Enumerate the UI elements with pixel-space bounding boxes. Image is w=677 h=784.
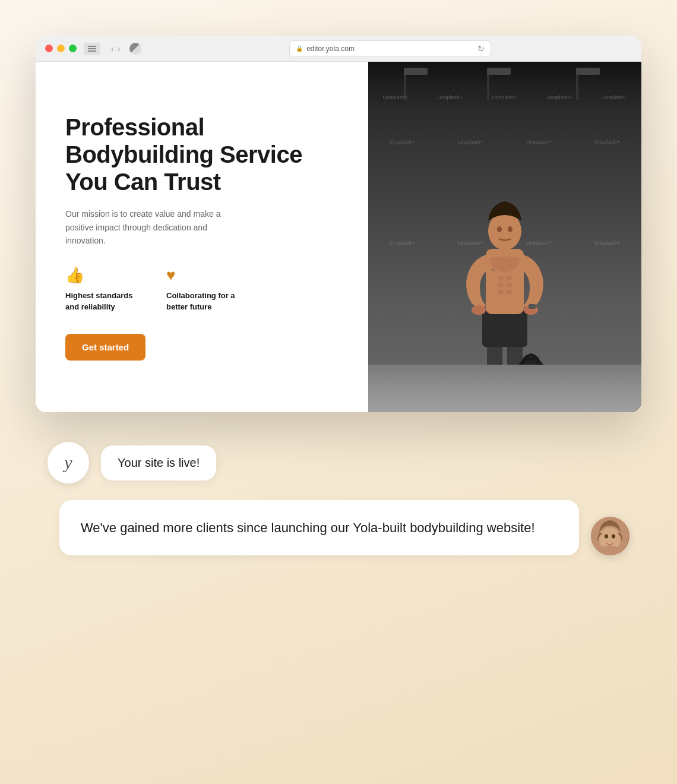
page-title: Professional Bodybuilding Service You Ca… [65, 113, 338, 195]
light-1 [404, 68, 428, 75]
watermarks-row-2: Unsplash+Unsplash+Unsplash+Unsplash+ [368, 139, 641, 145]
feature-item-2: ♥ Collaborating for a better future [166, 266, 243, 312]
features-row: 👍 Highest standards and reliability ♥ Co… [65, 266, 338, 312]
dot-yellow[interactable] [57, 45, 65, 52]
sidebar-toggle[interactable] [84, 43, 100, 55]
svg-point-31 [612, 535, 615, 539]
svg-rect-1 [88, 48, 96, 49]
lock-icon: 🔒 [296, 45, 303, 52]
watermarks-row-1: Unsplash+Unsplash+Unsplash+Unsplash+Unsp… [368, 94, 641, 100]
address-bar[interactable]: 🔒 editor.yola.com ↻ [289, 40, 491, 57]
website-right-panel: Unsplash+Unsplash+Unsplash+Unsplash+Unsp… [368, 62, 641, 412]
dot-red[interactable] [45, 45, 53, 52]
chat-row-notification: y Your site is live! [48, 442, 629, 483]
feature-label-2: Collaborating for a better future [166, 290, 243, 312]
get-started-button[interactable]: Get started [65, 334, 145, 361]
brightness-icon [129, 43, 141, 55]
nav-arrows: ‹ › [111, 44, 120, 53]
dot-green[interactable] [69, 45, 77, 52]
svg-point-22 [497, 226, 502, 232]
yola-letter: y [64, 453, 72, 473]
light-2 [487, 68, 511, 75]
ceiling [368, 62, 641, 109]
svg-point-18 [472, 305, 486, 315]
yola-logo: y [48, 442, 89, 483]
svg-rect-14 [498, 283, 504, 287]
page-description: Our mission is to create value and make … [65, 207, 243, 247]
svg-rect-12 [498, 276, 504, 280]
browser-titlebar: ‹ › 🔒 editor.yola.com ↻ [36, 36, 641, 62]
gym-background: Unsplash+Unsplash+Unsplash+Unsplash+Unsp… [368, 62, 641, 412]
svg-rect-16 [498, 290, 504, 295]
svg-rect-2 [88, 50, 96, 52]
reload-icon[interactable]: ↻ [477, 44, 485, 53]
chat-section: y Your site is live! We've gained more c… [36, 442, 641, 555]
browser-dots [45, 45, 77, 52]
user-avatar [591, 517, 629, 555]
gym-floor [368, 365, 641, 412]
forward-arrow[interactable]: › [118, 44, 121, 53]
heart-icon: ♥ [166, 266, 243, 284]
back-arrow[interactable]: ‹ [111, 44, 114, 53]
watermarks-row-3: Unsplash+Unsplash+Unsplash+Unsplash+ [368, 240, 641, 246]
svg-rect-10 [482, 311, 527, 347]
svg-rect-13 [506, 276, 512, 280]
feature-item-1: 👍 Highest standards and reliability [65, 266, 143, 312]
testimonial-bubble: We've gained more clients since launchin… [59, 500, 579, 555]
svg-rect-17 [506, 290, 512, 295]
url-text: editor.yola.com [306, 45, 355, 53]
thumbs-up-icon: 👍 [65, 266, 143, 284]
svg-point-23 [508, 226, 513, 232]
feature-label-1: Highest standards and reliability [65, 290, 143, 312]
browser-window: ‹ › 🔒 editor.yola.com ↻ Professional Bod… [36, 36, 641, 412]
chat-row-testimonial: We've gained more clients since launchin… [48, 500, 629, 555]
svg-rect-24 [529, 304, 536, 309]
svg-point-30 [605, 535, 608, 539]
light-3 [576, 68, 600, 75]
svg-rect-0 [88, 46, 96, 47]
notification-bubble: Your site is live! [101, 445, 216, 480]
website-left-panel: Professional Bodybuilding Service You Ca… [36, 62, 368, 412]
svg-rect-15 [506, 283, 512, 287]
website-content: Professional Bodybuilding Service You Ca… [36, 62, 641, 412]
